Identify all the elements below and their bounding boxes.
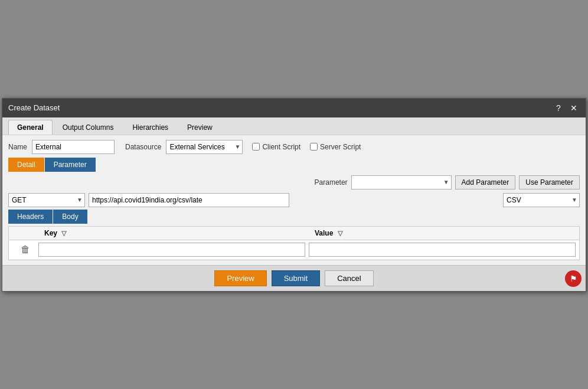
table-value-col: Value ▽ [309, 229, 579, 237]
server-script-group: Server Script [310, 143, 361, 151]
value-filter-icon[interactable]: ▽ [338, 230, 342, 237]
name-datasource-row: Name Datasource External Services Databa… [8, 140, 580, 154]
tab-output-columns[interactable]: Output Columns [54, 120, 123, 135]
format-select[interactable]: CSV JSON XML [503, 193, 580, 207]
datasource-select[interactable]: External Services Database JSON [166, 140, 243, 154]
headers-table: Key ▽ Value ▽ 🗑 [8, 226, 580, 260]
title-bar: Create Dataset ? ✕ [2, 99, 586, 117]
title-bar-actions: ? ✕ [553, 102, 580, 114]
method-select-wrapper: GET POST PUT DELETE ▼ [8, 193, 85, 207]
request-row: GET POST PUT DELETE ▼ CSV JSON XML ▼ [8, 193, 580, 207]
client-script-label: Client Script [262, 143, 300, 151]
method-select[interactable]: GET POST PUT DELETE [8, 193, 85, 207]
format-select-wrapper: CSV JSON XML ▼ [503, 193, 580, 207]
parameter-label: Parameter [315, 178, 348, 187]
tab-body[interactable]: Body [53, 210, 87, 224]
url-input[interactable] [89, 193, 289, 207]
server-script-checkbox[interactable] [310, 143, 318, 151]
name-input[interactable] [32, 140, 115, 154]
preview-button[interactable]: Preview [214, 270, 266, 286]
table-header: Key ▽ Value ▽ [9, 227, 579, 240]
value-col-label: Value [315, 229, 333, 237]
delete-row-button[interactable]: 🗑 [12, 244, 38, 255]
bottom-icon-symbol: ⚑ [570, 274, 577, 283]
dialog-title: Create Dataset [8, 103, 60, 112]
use-parameter-button[interactable]: Use Parameter [519, 175, 580, 189]
tab-hierarchies[interactable]: Hierarchies [123, 120, 177, 135]
subtab-detail[interactable]: Detail [8, 158, 44, 172]
help-button[interactable]: ? [553, 102, 564, 114]
content-area: Name Datasource External Services Databa… [2, 135, 586, 265]
add-parameter-button[interactable]: Add Parameter [455, 175, 516, 189]
value-input[interactable] [309, 243, 576, 257]
close-button[interactable]: ✕ [568, 102, 580, 114]
datasource-select-wrapper: External Services Database JSON ▼ [166, 140, 243, 154]
key-col-label: Key [44, 229, 57, 237]
server-script-label: Server Script [320, 143, 361, 151]
subtab-parameter[interactable]: Parameter [45, 158, 96, 172]
key-input[interactable] [38, 243, 305, 257]
client-script-checkbox[interactable] [252, 143, 260, 151]
bottom-right-icon[interactable]: ⚑ [565, 270, 582, 287]
tab-preview[interactable]: Preview [178, 120, 221, 135]
datasource-label: Datasource [125, 143, 161, 151]
table-key-col: Key ▽ [38, 229, 309, 237]
main-tab-bar: General Output Columns Hierarchies Previ… [2, 117, 586, 135]
parameter-row: Parameter ▼ Add Parameter Use Parameter [8, 175, 580, 189]
sub-tab-bar: Detail Parameter [8, 158, 580, 172]
headers-body-tabs: Headers Body [8, 210, 580, 224]
table-icon-col [9, 229, 38, 237]
parameter-select-wrapper: ▼ [351, 175, 452, 189]
cancel-button[interactable]: Cancel [325, 270, 373, 286]
submit-button[interactable]: Submit [272, 270, 320, 286]
tab-headers[interactable]: Headers [8, 210, 53, 224]
dialog-footer: Preview Submit Cancel [2, 265, 586, 291]
key-filter-icon[interactable]: ▽ [61, 230, 66, 237]
table-row: 🗑 [9, 240, 579, 260]
parameter-select[interactable] [351, 175, 452, 189]
tab-general[interactable]: General [8, 120, 53, 135]
name-label: Name [8, 143, 27, 151]
client-script-group: Client Script [252, 143, 300, 151]
